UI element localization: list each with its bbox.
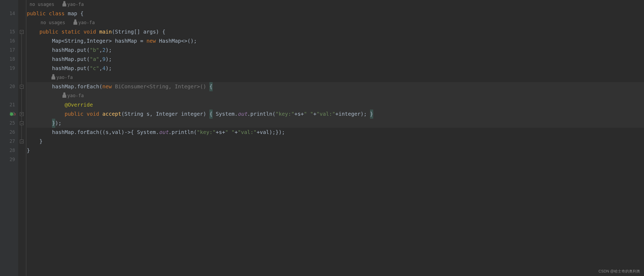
line-number[interactable]: 17 [0,46,18,55]
line-number[interactable]: 28 [0,146,18,155]
watermark: CSDN @哈士奇的奥利奥 [598,268,640,274]
line-number[interactable]: 22↑ [0,110,18,119]
line-number[interactable]: 27 [0,137,18,146]
code-area[interactable]: no usages yao-fa public class map { no u… [26,0,644,276]
line-number[interactable]: 18 [0,55,18,64]
author-icon [62,94,66,98]
inlay-hint-row: yao-fa [27,91,644,100]
code-row[interactable] [27,155,644,164]
code-row[interactable]: hashMap.put("b",2); [27,46,644,55]
code-row[interactable]: @Override [27,100,644,110]
line-number[interactable]: 20 [0,82,18,91]
code-editor[interactable]: 14▶ 15▶ 16 17 18 19 20 21 22↑ 25 26 27 2… [0,0,644,276]
inlay-hint-row: no usages yao-fa [27,18,644,27]
code-row[interactable]: hashMap.put("a",9); [27,55,644,64]
code-row[interactable]: hashMap.forEach(new BiConsumer<String, I… [27,82,644,91]
author-icon [62,3,66,6]
code-row[interactable]: hashMap.put("c",4); [27,64,644,73]
line-number[interactable]: 21 [0,100,18,110]
inlay-hint-row: no usages yao-fa [27,0,644,9]
code-row[interactable]: public void accept(String s, Integer int… [27,110,644,119]
line-number[interactable]: 16 [0,37,18,46]
line-number[interactable]: 19 [0,64,18,73]
code-row[interactable]: public class map { [27,9,644,18]
fold-end-icon[interactable]: ⌐ [20,140,24,143]
code-row[interactable]: hashMap.forEach((s,val)->{ System.out.pr… [27,128,644,137]
fold-end-icon[interactable]: ⌐ [20,121,24,125]
code-row[interactable]: } [27,137,644,146]
code-row[interactable]: Map<String,Integer> hashMap = new HashMa… [27,37,644,46]
code-row[interactable]: } [27,146,644,155]
author-icon [73,21,77,25]
line-number[interactable]: 29 [0,155,18,164]
fold-toggle-icon[interactable]: − [20,85,24,89]
line-number[interactable]: 14▶ [0,9,18,18]
breakpoint-icon[interactable] [10,112,13,116]
line-number-gutter: 14▶ 15▶ 16 17 18 19 20 21 22↑ 25 26 27 2… [0,0,18,276]
override-up-icon[interactable]: ↑ [14,111,16,117]
line-number[interactable]: 15▶ [0,27,18,37]
line-number[interactable]: 26 [0,128,18,137]
inlay-hint-row: yao-fa [27,73,644,82]
fold-toggle-icon[interactable]: + [20,112,24,116]
fold-toggle-icon[interactable]: − [20,30,24,34]
code-row[interactable]: }); [27,119,644,128]
fold-column: − − + ⌐ ⌐ [18,0,26,276]
line-number[interactable]: 25 [0,119,18,128]
author-icon [51,76,55,79]
code-row[interactable]: public static void main(String[] args) { [27,27,644,37]
